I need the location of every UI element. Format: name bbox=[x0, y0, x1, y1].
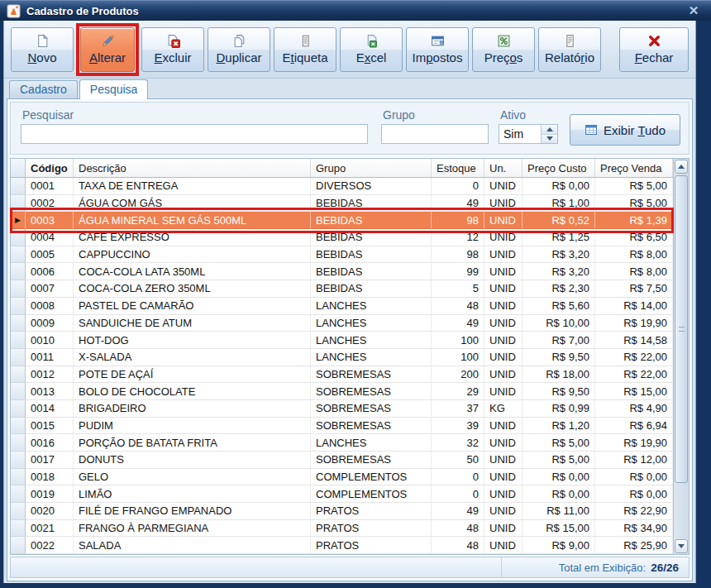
new-document-icon bbox=[36, 34, 50, 48]
spinner-up-icon[interactable] bbox=[542, 125, 557, 134]
table-row[interactable]: 0015PUDIMSOBREMESAS39UNIDR$ 1,20R$ 6,94 bbox=[11, 418, 673, 435]
table-row[interactable]: 0001TAXA DE ENTREGADIVERSOS0UNIDR$ 0,00R… bbox=[11, 178, 673, 195]
cell-preco-venda: R$ 7,50 bbox=[595, 280, 673, 298]
cell-codigo: 0016 bbox=[26, 434, 74, 452]
cell-preco-venda: R$ 0,00 bbox=[595, 485, 673, 503]
grupo-input[interactable] bbox=[381, 124, 489, 144]
relatorio-button[interactable]: Relatório bbox=[538, 27, 601, 72]
column-header-1[interactable]: Código bbox=[26, 159, 74, 177]
cell-preco-venda: R$ 8,00 bbox=[595, 246, 673, 264]
row-indicator-cell bbox=[11, 400, 26, 418]
cell-codigo: 0001 bbox=[26, 178, 74, 195]
label-icon bbox=[298, 34, 313, 48]
impostos-button[interactable]: Impostos bbox=[406, 27, 469, 72]
cell-descricao: SALADA bbox=[74, 537, 311, 554]
cell-preco-custo: R$ 0,00 bbox=[523, 469, 595, 486]
table-row[interactable]: 0004CAFÉ EXPRESSOBEBIDAS12UNIDR$ 1,25R$ … bbox=[11, 229, 673, 246]
search-panel: Pesquisar Grupo Ativo Sim Exibir Tudo bbox=[10, 102, 690, 155]
alterar-button[interactable]: Alterar bbox=[80, 27, 135, 72]
cell-grupo: SOBREMESAS bbox=[311, 366, 432, 384]
table-row-selected[interactable]: ▶0003ÁGUA MINERAL SEM GÁS 500MLBEBIDAS98… bbox=[11, 212, 673, 229]
row-indicator-cell bbox=[11, 434, 26, 452]
cell-estoque: 99 bbox=[432, 263, 484, 280]
table-row[interactable]: 0018GELOCOMPLEMENTOS0UNIDR$ 0,00R$ 0,00 bbox=[11, 469, 673, 486]
table-row[interactable]: 0005CAPPUCCINOBEBIDAS98UNIDR$ 3,20R$ 8,0… bbox=[11, 246, 673, 264]
excel-button[interactable]: Excel bbox=[340, 27, 403, 72]
scrollbar-thumb[interactable] bbox=[675, 175, 688, 483]
close-icon[interactable]: ✕ bbox=[683, 2, 704, 20]
column-header-3[interactable]: Grupo bbox=[311, 159, 432, 177]
table-row[interactable]: 0010HOT-DOGLANCHES100UNIDR$ 7,00R$ 14,58 bbox=[11, 332, 673, 349]
cell-un: UNID bbox=[484, 246, 523, 264]
tab-cadastro[interactable]: Cadastro bbox=[9, 80, 78, 98]
table-row[interactable]: 0013BOLO DE CHOCOLATESOBREMESAS29UNIDR$ … bbox=[11, 383, 673, 400]
cell-preco-venda: R$ 4,90 bbox=[595, 400, 673, 418]
table-row[interactable]: 0017DONUTSSOBREMESAS50UNIDR$ 5,00R$ 12,0… bbox=[11, 452, 673, 469]
cell-descricao: ÁGUA COM GÁS bbox=[74, 195, 311, 213]
excel-label: Excel bbox=[356, 50, 387, 65]
cell-descricao: SANDUICHE DE ATUM bbox=[74, 315, 311, 332]
table-row[interactable]: 0012POTE DE AÇAÍSOBREMESAS200UNIDR$ 18,0… bbox=[11, 366, 673, 384]
scroll-up-icon[interactable] bbox=[675, 160, 688, 174]
ativo-select[interactable]: Sim bbox=[499, 124, 558, 144]
cell-estoque: 48 bbox=[432, 520, 484, 538]
cell-preco-venda: R$ 25,90 bbox=[595, 537, 673, 554]
cell-preco-custo: R$ 5,60 bbox=[523, 298, 595, 315]
table-row[interactable]: 0022SALADAPRATOS48UNIDR$ 9,00R$ 25,90 bbox=[11, 537, 673, 554]
table-row[interactable]: 0008PASTEL DE CAMARÃOLANCHES48UNIDR$ 5,6… bbox=[11, 298, 673, 315]
column-header-4[interactable]: Estoque bbox=[432, 159, 484, 177]
table-row[interactable]: 0006COCA-COLA LATA 350MLBEBIDAS99UNIDR$ … bbox=[11, 263, 673, 280]
cell-codigo: 0014 bbox=[26, 400, 74, 418]
cell-grupo: BEBIDAS bbox=[311, 195, 432, 213]
table-row[interactable]: 0014BRIGADEIROSOBREMESAS37KGR$ 0,99R$ 4,… bbox=[11, 400, 673, 418]
tab-pesquisa[interactable]: Pesquisa bbox=[79, 79, 149, 99]
cell-un: UNID bbox=[484, 503, 523, 520]
column-header-2[interactable]: Descrição bbox=[74, 159, 311, 177]
cell-grupo: SOBREMESAS bbox=[311, 452, 432, 469]
pesquisar-input[interactable] bbox=[21, 124, 368, 144]
cell-preco-venda: R$ 0,00 bbox=[595, 469, 673, 486]
column-header-6[interactable]: Preço Custo bbox=[523, 159, 595, 177]
cell-descricao: COCA-COLA LATA 350ML bbox=[74, 263, 311, 280]
table-row[interactable]: 0016PORÇÃO DE BATATA FRITALANCHES32UNIDR… bbox=[11, 434, 673, 452]
exibir-tudo-button[interactable]: Exibir Tudo bbox=[570, 114, 680, 146]
cell-preco-custo: R$ 2,30 bbox=[523, 280, 595, 298]
table-row[interactable]: 0007COCA-COLA ZERO 350MLBEBIDAS5UNIDR$ 2… bbox=[11, 280, 673, 298]
spinner-down-icon[interactable] bbox=[542, 134, 557, 144]
cell-descricao: DONUTS bbox=[74, 452, 311, 469]
cell-preco-venda: R$ 15,00 bbox=[595, 383, 673, 400]
cell-un: UNID bbox=[484, 263, 523, 280]
cell-grupo: BEBIDAS bbox=[311, 246, 432, 264]
row-indicator-cell bbox=[11, 280, 26, 298]
table-row[interactable]: 0011X-SALADALANCHES100UNIDR$ 9,50R$ 22,0… bbox=[11, 349, 673, 366]
products-table: CódigoDescriçãoGrupoEstoqueUn.Preço Cust… bbox=[11, 159, 673, 554]
excluir-button[interactable]: Excluir bbox=[141, 27, 204, 72]
cell-estoque: 98 bbox=[432, 212, 484, 229]
precos-button[interactable]: Preços bbox=[472, 27, 535, 72]
table-row[interactable]: 0021FRANGO À PARMEGIANAPRATOS48UNIDR$ 15… bbox=[11, 520, 673, 538]
column-header-5[interactable]: Un. bbox=[484, 159, 523, 177]
duplicar-button[interactable]: Duplicar bbox=[208, 27, 270, 72]
scroll-down-icon[interactable] bbox=[675, 539, 688, 553]
novo-button[interactable]: Novo bbox=[11, 27, 74, 72]
table-row[interactable]: 0002ÁGUA COM GÁSBEBIDAS49UNIDR$ 1,00R$ 5… bbox=[11, 195, 673, 213]
cell-preco-custo: R$ 5,00 bbox=[523, 452, 595, 469]
status-panel-total: Total em Exibição: 26/26 bbox=[502, 557, 689, 577]
etiqueta-button[interactable]: Etiqueta bbox=[274, 27, 336, 72]
fechar-button[interactable]: Fechar bbox=[619, 27, 689, 72]
cell-estoque: 50 bbox=[432, 452, 484, 469]
cell-un: KG bbox=[484, 400, 523, 418]
row-indicator-cell bbox=[11, 366, 26, 384]
cell-un: UNID bbox=[484, 383, 523, 400]
cell-grupo: PRATOS bbox=[311, 520, 432, 538]
vertical-scrollbar[interactable] bbox=[673, 159, 689, 554]
table-row[interactable]: 0019LIMÃOCOMPLEMENTOS0UNIDR$ 0,00R$ 0,00 bbox=[11, 485, 673, 503]
fechar-label: Fechar bbox=[635, 50, 674, 65]
row-indicator-cell bbox=[11, 418, 26, 435]
table-row[interactable]: 0009SANDUICHE DE ATUMLANCHES49UNIDR$ 10,… bbox=[11, 315, 673, 332]
row-indicator-cell bbox=[11, 349, 26, 366]
column-header-7[interactable]: Preço Venda bbox=[595, 159, 673, 177]
cell-estoque: 48 bbox=[432, 298, 484, 315]
table-row[interactable]: 0020FILÉ DE FRANGO EMPANADOPRATOS49UNIDR… bbox=[11, 503, 673, 520]
cell-estoque: 5 bbox=[432, 280, 484, 298]
